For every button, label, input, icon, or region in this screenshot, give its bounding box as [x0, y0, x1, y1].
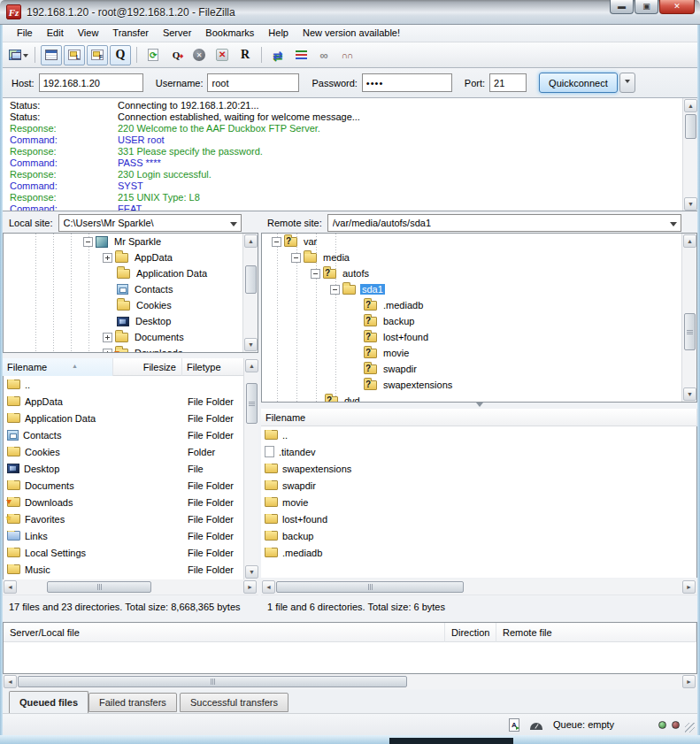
file-row[interactable]: MusicFile Folder [4, 561, 258, 578]
collapse-toggle-icon[interactable] [272, 237, 281, 247]
column-remote-file[interactable]: Remote file [496, 623, 696, 642]
tree-item-autofs[interactable]: autofs [262, 265, 696, 281]
local-list-horizontal-scrollbar[interactable]: ◄ ► [3, 579, 258, 594]
column-filesize[interactable]: Filesize [113, 358, 182, 376]
expand-toggle-icon[interactable] [103, 349, 112, 354]
tree-item-movie[interactable]: movie [262, 345, 696, 361]
queue-horizontal-scrollbar[interactable]: ◄ ► [3, 674, 697, 689]
toggle-local-tree-button[interactable]: L [64, 45, 85, 65]
menu-bookmarks[interactable]: Bookmarks [198, 25, 261, 42]
close-button[interactable]: ✕ [659, 0, 695, 14]
file-row[interactable]: lost+found [261, 510, 696, 527]
scroll-up-icon[interactable]: ▲ [244, 234, 258, 248]
scrollbar-thumb[interactable] [276, 581, 464, 593]
collapse-toggle-icon[interactable] [83, 237, 93, 247]
scroll-right-icon[interactable]: ► [682, 580, 696, 594]
scroll-right-icon[interactable]: ► [682, 675, 696, 688]
scroll-down-icon[interactable]: ▼ [245, 565, 258, 579]
resize-grip[interactable] [685, 723, 695, 732]
local-list-vertical-scrollbar[interactable]: ▲ ▼ [243, 358, 258, 579]
file-row[interactable]: .mediadb [261, 544, 696, 561]
scrollbar-thumb[interactable] [245, 265, 257, 294]
file-row[interactable]: Application DataFile Folder [4, 410, 258, 426]
scrollbar-thumb[interactable] [246, 383, 258, 424]
host-input[interactable] [39, 73, 143, 92]
scroll-up-icon[interactable]: ▲ [245, 359, 258, 372]
tree-item-backup[interactable]: backup [262, 313, 696, 329]
quickconnect-dropdown-button[interactable] [619, 73, 635, 93]
column-server-local-file[interactable]: Server/Local file [4, 623, 445, 642]
scroll-left-icon[interactable]: ◄ [4, 675, 17, 688]
scroll-left-icon[interactable]: ◄ [4, 580, 17, 594]
collapse-toggle-icon[interactable] [330, 285, 340, 295]
file-row[interactable]: backup [261, 527, 696, 544]
tree-item-dvd[interactable]: dvd [262, 393, 696, 403]
file-row[interactable]: movie [261, 494, 696, 510]
column-filename[interactable]: Filename [261, 409, 697, 426]
column-filename[interactable]: Filename▲ [3, 358, 113, 376]
scroll-right-icon[interactable]: ► [243, 580, 257, 594]
menu-file[interactable]: File [10, 25, 40, 42]
menu-help[interactable]: Help [261, 25, 296, 42]
column-direction[interactable]: Direction [445, 623, 496, 642]
file-row[interactable]: LinksFile Folder [4, 527, 258, 544]
scrollbar-thumb[interactable] [47, 581, 151, 593]
refresh-button[interactable] [142, 45, 164, 65]
file-row[interactable]: FavoritesFile Folder [4, 510, 258, 527]
menu-edit[interactable]: Edit [40, 25, 71, 42]
menu-view[interactable]: View [71, 25, 106, 42]
tree-item-contacts[interactable]: Contacts [4, 281, 258, 297]
local-tree-vertical-scrollbar[interactable]: ▲ ▼ [242, 234, 258, 352]
remote-tree-vertical-scrollbar[interactable]: ▲ ▼ [681, 234, 696, 402]
file-row[interactable]: CookiesFolder [4, 443, 258, 460]
username-input[interactable] [207, 73, 299, 92]
maximize-button[interactable]: ▣ [635, 0, 658, 14]
tree-item-swapextensions[interactable]: swapextensions [262, 377, 696, 393]
scrollbar-thumb[interactable] [684, 313, 696, 350]
tree-item-media[interactable]: media [262, 249, 696, 265]
tree-item-documents[interactable]: Documents [4, 329, 258, 345]
reconnect-button[interactable]: R [235, 45, 256, 65]
disconnect-button[interactable] [212, 45, 233, 65]
collapse-toggle-icon[interactable] [291, 253, 301, 263]
tree-item-cookies[interactable]: Cookies [4, 297, 258, 313]
tab-queued-files[interactable]: Queued files [9, 691, 88, 713]
tree-item-swapdir[interactable]: swapdir [262, 361, 696, 377]
tree-item-desktop[interactable]: Desktop [4, 313, 258, 329]
file-row[interactable]: swapextensions [261, 460, 696, 477]
tree-item-lost-found[interactable]: lost+found [262, 329, 696, 345]
expand-toggle-icon[interactable] [103, 333, 112, 342]
tree-item-appdata[interactable]: AppData [4, 249, 258, 265]
site-manager-button[interactable] [8, 45, 29, 65]
tree-item-mr-sparkle[interactable]: Mr Sparkle [4, 234, 258, 249]
titlebar[interactable]: Fz 192.168.1.20 - root@192.168.1.20 - Fi… [0, 0, 700, 25]
speed-limits-icon[interactable] [530, 723, 542, 730]
cancel-operation-button[interactable]: ✕ [188, 45, 210, 65]
directory-listing-filters-button[interactable] [290, 45, 312, 65]
file-row[interactable]: .. [261, 426, 696, 443]
scroll-down-icon[interactable]: ▼ [684, 197, 697, 211]
tree-item-sda1[interactable]: sda1 [262, 281, 696, 297]
file-row[interactable]: Local SettingsFile Folder [4, 544, 258, 561]
find-files-button[interactable]: ∩∩ [336, 45, 358, 65]
file-row[interactable]: .. [4, 376, 258, 393]
port-input[interactable] [489, 73, 527, 92]
password-input[interactable] [362, 73, 452, 92]
process-queue-button[interactable]: Q [165, 45, 187, 65]
synchronized-browsing-button[interactable]: ∞ [313, 45, 335, 65]
scroll-up-icon[interactable]: ▲ [684, 99, 697, 112]
log-vertical-scrollbar[interactable]: ▲ ▼ [682, 98, 697, 211]
tab-failed-transfers[interactable]: Failed transfers [88, 693, 177, 712]
file-row[interactable]: swapdir [261, 477, 696, 494]
menu-new-version[interactable]: New version available! [296, 25, 407, 42]
expand-toggle-icon[interactable] [103, 253, 112, 263]
scroll-down-icon[interactable]: ▼ [683, 387, 696, 401]
tree-item-mediadb[interactable]: .mediadb [262, 297, 696, 313]
transfer-type-icon[interactable]: A [509, 718, 519, 732]
tree-item-application-data[interactable]: Application Data [4, 265, 258, 281]
tree-item-downloads[interactable]: Downloads [4, 345, 258, 353]
scroll-left-icon[interactable]: ◄ [262, 580, 275, 594]
collapse-toggle-icon[interactable] [311, 269, 320, 279]
remote-list-horizontal-scrollbar[interactable]: ◄ ► [261, 579, 697, 594]
local-path-combobox[interactable]: C:\Users\Mr Sparkle\ [58, 214, 242, 232]
